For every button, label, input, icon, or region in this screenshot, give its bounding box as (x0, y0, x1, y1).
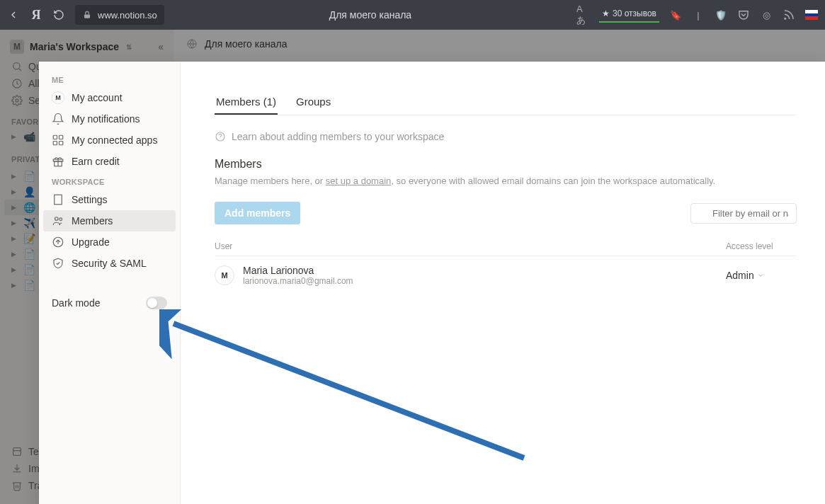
divider: | (692, 8, 705, 21)
dark-mode-toggle[interactable] (146, 297, 167, 309)
apps-icon (52, 134, 64, 147)
member-avatar: M (215, 265, 234, 285)
bell-icon (52, 113, 64, 125)
svg-rect-11 (53, 142, 57, 145)
workspace-section-label: WORKSPACE (43, 172, 176, 189)
tab-title: Для моего канала (174, 9, 567, 21)
svg-rect-12 (59, 142, 63, 145)
members-heading: Members (215, 158, 797, 171)
tab-members[interactable]: Members (1) (215, 91, 278, 115)
browser-chrome: Я www.notion.so Для моего канала Aあ ★30 … (0, 0, 825, 30)
svg-rect-10 (59, 135, 63, 139)
member-access-level[interactable]: Admin (726, 270, 797, 281)
my-notifications-item[interactable]: My notifications (43, 108, 176, 130)
notion-app: M Maria's Workspace ⇅ « Quick Find All U… (0, 30, 825, 504)
address-bar[interactable]: www.notion.so (75, 5, 164, 25)
help-icon (215, 131, 226, 142)
security-saml-item[interactable]: Security & SAML (43, 253, 176, 274)
translate-icon[interactable]: Aあ (576, 8, 589, 21)
tab-groups[interactable]: Groups (295, 91, 332, 115)
column-user: User (215, 241, 726, 251)
back-button[interactable] (7, 8, 20, 21)
settings-sidebar: ME MMy account My notifications My conne… (39, 62, 181, 504)
setup-domain-link[interactable]: set up a domain (326, 176, 392, 186)
settings-content: Members (1) Groups Learn about adding me… (181, 62, 825, 504)
building-icon (52, 193, 64, 206)
flag-icon[interactable] (805, 8, 818, 21)
column-access: Access level (726, 241, 797, 251)
add-members-button[interactable]: Add members (215, 202, 300, 224)
connected-apps-item[interactable]: My connected apps (43, 130, 176, 151)
members-table-header: User Access level (215, 241, 797, 256)
rss-icon[interactable] (783, 8, 795, 21)
svg-rect-0 (84, 14, 90, 18)
members-description: Manage members here, or set up a domain,… (215, 175, 797, 188)
members-item[interactable]: Members (43, 210, 176, 231)
extension-icon-2[interactable]: ◎ (760, 8, 773, 21)
url-text: www.notion.so (98, 10, 157, 21)
help-link[interactable]: Learn about adding members to your works… (215, 131, 797, 142)
svg-point-21 (55, 217, 59, 221)
upgrade-icon (52, 236, 64, 248)
dark-mode-label: Dark mode (52, 297, 100, 309)
bookmark-icon[interactable]: 🔖 (669, 8, 682, 21)
gift-icon (52, 155, 64, 168)
my-account-item[interactable]: MMy account (43, 87, 176, 108)
settings-item[interactable]: Settings (43, 189, 176, 210)
yandex-logo[interactable]: Я (30, 8, 42, 21)
shield-icon (52, 257, 64, 270)
settings-modal: ME MMy account My notifications My conne… (39, 62, 825, 504)
pocket-icon[interactable] (737, 8, 750, 21)
tabs: Members (1) Groups (215, 91, 797, 115)
svg-rect-16 (55, 195, 62, 205)
member-row: M Maria Larionova larionova.maria0@gmail… (215, 256, 797, 294)
extension-icon-1[interactable]: 🛡️ (715, 8, 727, 21)
svg-rect-9 (53, 135, 57, 139)
reviews-chip[interactable]: ★30 отзывов (599, 7, 659, 23)
earn-credit-item[interactable]: Earn credit (43, 151, 176, 172)
svg-point-1 (785, 18, 786, 20)
lock-icon (82, 10, 92, 20)
filter-members-input[interactable] (690, 203, 797, 224)
dark-mode-row: Dark mode (43, 287, 176, 319)
people-icon (52, 214, 64, 227)
upgrade-item[interactable]: Upgrade (43, 231, 176, 253)
svg-point-22 (59, 218, 62, 221)
user-avatar-icon: M (52, 91, 64, 104)
reload-button[interactable] (52, 8, 65, 21)
member-name: Maria Larionova (243, 265, 726, 276)
member-email: larionova.maria0@gmail.com (243, 276, 726, 286)
chevron-down-icon (757, 272, 764, 279)
me-section-label: ME (43, 70, 176, 87)
